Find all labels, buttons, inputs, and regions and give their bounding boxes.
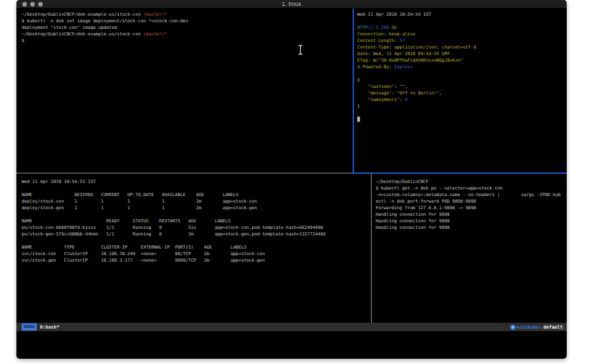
terminal-line — [22, 211, 371, 218]
terminal-line — [357, 18, 567, 24]
namespace-separator: : — [538, 325, 541, 330]
session-name-badge[interactable]: demo — [22, 323, 37, 331]
terminal-line: deploy/stock-gen 1 1 1 1 2m app=stock-ge… — [22, 205, 371, 211]
kubernetes-icon — [510, 325, 515, 330]
terminal-line: ~/Desktop/DublinCNCF/dok-example-us/stoc… — [22, 11, 353, 18]
pane-border-horizontal-right[interactable] — [353, 172, 567, 174]
terminal-line: Handling connection for 9898 — [376, 218, 567, 224]
terminal-line: Connection: keep-alive — [357, 31, 567, 37]
window-label[interactable]: 0:bash* — [40, 325, 60, 330]
terminal-line: X-Powered-By: Express — [357, 64, 567, 70]
terminal-line — [22, 185, 371, 192]
zoom-button[interactable] — [38, 2, 43, 7]
kube-namespace-chip: default — [542, 325, 564, 330]
pane-border-vertical-top[interactable] — [353, 9, 354, 172]
terminal-line: Wed 11 Apr 2018 10:54:54 IST — [357, 11, 567, 18]
terminal-line: ~/Desktop/DublinCNCF/dok-example-us/stoc… — [22, 31, 353, 37]
page-background: 1. tmux ~/Desktop/DublinCNCF/dok-example… — [0, 0, 591, 364]
terminal-line: NAME TYPE CLUSTER-IP EXTERNAL-IP PORT(S)… — [22, 244, 371, 251]
text-ibeam-cursor-icon — [297, 45, 303, 55]
kube-context-label: minikube — [517, 325, 539, 330]
terminal-line: ~/Desktop/DublinCNCF — [376, 178, 567, 185]
terminal-line: ectl -n dok port-forward POD 9898:9898 — [376, 198, 567, 205]
terminal-line: "numsymbols": 4 — [357, 96, 567, 103]
terminal-line: svc/stock-con ClusterIP 10.106.78.249 <n… — [22, 251, 371, 257]
terminal-line: NAME DESIRED CURRENT UP-TO-DATE AVAILABL… — [22, 192, 371, 198]
terminal-line: $ — [22, 37, 353, 44]
terminal-line: Handling connection for 9898 — [376, 224, 567, 231]
terminal-line: "lastseen": "", — [357, 83, 567, 90]
terminal-line: $ kubectl get -n dok po --selector=app=s… — [376, 185, 567, 192]
pane-port-forward[interactable]: ~/Desktop/DublinCNCF$ kubectl get -n dok… — [372, 174, 567, 323]
terminal-line: ETag: W/"39-0xBPf9aF1dXVNkhsxoBQgJ8vKzo" — [357, 57, 567, 64]
pane-shell-kubectl-set-image[interactable]: ~/Desktop/DublinCNCF/dok-example-us/stoc… — [16, 9, 353, 172]
terminal-line: -o=custom-columns=:metadata.name --no-he… — [376, 192, 567, 198]
terminal-line: deploy/stock-con 1 1 1 1 2m app=stock-co… — [22, 198, 371, 205]
terminal-line: po/stock-con-bb68f88fd-kzsxz 1/1 Running… — [22, 224, 371, 231]
terminal-line: NAME READY STATUS RESTARTS AGE LABELS — [22, 218, 371, 224]
terminal-line — [22, 237, 371, 244]
tmux-status-bar: demo 0:bash* minikube : default — [16, 323, 567, 331]
title-bar[interactable]: 1. tmux — [16, 0, 567, 9]
terminal-line: svc/stock-gen ClusterIP 10.109.3.177 <no… — [22, 257, 371, 264]
terminal-line: "message": "Off to Berlin!", — [357, 90, 567, 96]
pane-border-horizontal-left[interactable] — [16, 172, 353, 174]
terminal-line: $ kubectl -n dok set image deployment/st… — [22, 18, 353, 24]
terminal-block-cursor: █ — [357, 117, 360, 122]
terminal-line — [357, 110, 567, 116]
terminal-line: Content-Length: 57 — [357, 37, 567, 44]
terminal-window: 1. tmux ~/Desktop/DublinCNCF/dok-example… — [16, 0, 567, 359]
terminal-line: deployment "stock-con" image updated — [22, 24, 353, 31]
terminal-line — [357, 70, 567, 77]
terminal-line: po/stock-gen-576cc688bb-44kmn 1/1 Runnin… — [22, 231, 371, 237]
terminal-line: Date: Wed, 11 Apr 2018 09:54:55 GMT — [357, 51, 567, 57]
minimize-button[interactable] — [30, 2, 35, 7]
terminal-line: Forwarding from 127.0.0.1:9898 -> 9898 — [376, 205, 567, 211]
terminal-line: █ — [357, 116, 567, 123]
window-title: 1. tmux — [16, 0, 567, 9]
terminal-line: } — [357, 103, 567, 110]
terminal-line: Content-Type: application/json; charset=… — [357, 44, 567, 51]
pane-http-response[interactable]: Wed 11 Apr 2018 10:54:54 IST HTTP/1.1 20… — [354, 9, 567, 172]
terminal-line: Handling connection for 9898 — [376, 211, 567, 218]
pane-kubectl-resources[interactable]: Wed 11 Apr 2018 10:54:53 IST NAME DESIRE… — [16, 174, 371, 323]
pane-border-vertical-bottom[interactable] — [371, 174, 372, 323]
close-button[interactable] — [22, 2, 27, 7]
traffic-lights — [22, 2, 43, 7]
terminal-line: Wed 11 Apr 2018 10:54:53 IST — [22, 178, 371, 185]
terminal-line: HTTP/1.1 200 OK — [357, 24, 567, 31]
terminal-line: { — [357, 77, 567, 83]
